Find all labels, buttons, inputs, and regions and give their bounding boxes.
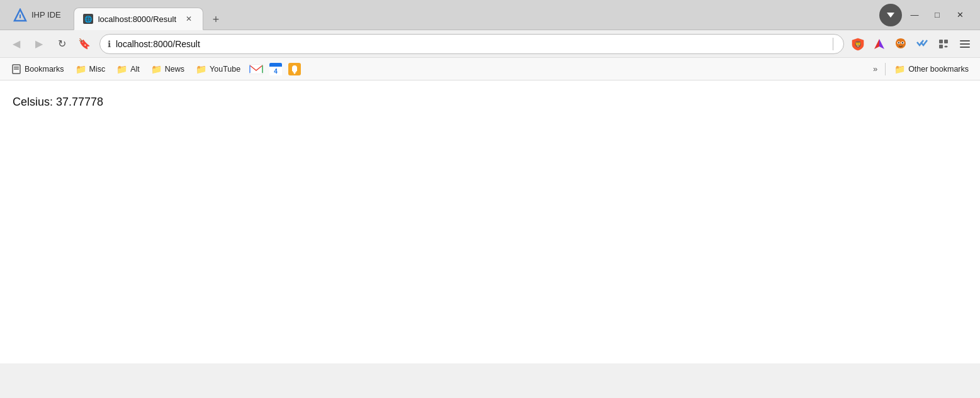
svg-text:🦁: 🦁 (854, 40, 862, 48)
youtube-folder-icon: 📁 (196, 64, 206, 74)
notify-icon (288, 63, 301, 75)
svg-rect-19 (960, 43, 970, 45)
bookmark-misc-item[interactable]: 📁 Misc (70, 62, 111, 76)
svg-point-12 (902, 41, 903, 43)
alt-label: Alt (130, 65, 140, 74)
url-input[interactable] (116, 39, 825, 49)
svg-marker-7 (879, 39, 884, 49)
bookmarks-bar: Bookmarks 📁 Misc 📁 Alt 📁 News 📁 YouTube (0, 58, 980, 80)
ihp-ide-label: IHP IDE (31, 10, 61, 19)
svg-rect-16 (944, 40, 948, 43)
bookmarks-overflow-button[interactable]: » (869, 62, 881, 75)
tabs-area: 🌐 localhost:8000/Result ✕ + (69, 0, 874, 30)
svg-rect-28 (269, 63, 282, 67)
ihp-ide-icon (13, 8, 28, 23)
calendar-icon: 4 (269, 63, 282, 75)
svg-text:🌐: 🌐 (84, 15, 93, 23)
alt-folder-icon: 📁 (116, 64, 127, 74)
brave-shield-icon[interactable]: 🦁 (849, 35, 867, 53)
svg-rect-22 (14, 67, 19, 68)
address-divider (833, 38, 833, 50)
svg-text:4: 4 (274, 68, 278, 75)
extension-icons: 🦁 (849, 35, 974, 53)
bookmark-notify-item[interactable] (286, 62, 303, 77)
menu-button[interactable] (956, 35, 974, 53)
bookmarks-label: Bookmarks (25, 65, 64, 74)
arkose-icon[interactable] (870, 35, 888, 53)
active-tab-label: localhost:8000/Result (98, 14, 176, 24)
svg-rect-15 (939, 40, 943, 43)
misc-label: Misc (89, 65, 106, 74)
svg-rect-23 (14, 69, 19, 70)
bookmarks-icon (11, 64, 21, 74)
celsius-result: Celsius: 37.77778 (13, 96, 967, 109)
svg-rect-17 (939, 45, 943, 48)
active-tab[interactable]: 🌐 localhost:8000/Result ✕ (74, 8, 203, 30)
other-bookmarks-label: Other bookmarks (908, 65, 969, 74)
svg-rect-20 (960, 47, 970, 48)
title-bar: IHP IDE 🌐 localhost:8000/Result ✕ + — □ … (0, 0, 980, 30)
bookmark-news-item[interactable]: 📁 News (146, 62, 189, 76)
bookmark-youtube-item[interactable]: 📁 YouTube (191, 62, 245, 76)
metamask-icon[interactable] (892, 35, 910, 53)
misc-folder-icon: 📁 (76, 64, 86, 74)
bookmark-calendar-item[interactable]: 4 (267, 62, 284, 77)
bookmark-page-button[interactable]: 🔖 (74, 34, 94, 54)
svg-point-11 (898, 41, 899, 43)
gmail-icon (249, 64, 263, 74)
bookmark-alt-item[interactable]: 📁 Alt (111, 62, 145, 76)
close-button[interactable]: ✕ (950, 5, 970, 25)
bookmark-gmail-item[interactable] (247, 63, 266, 75)
svg-rect-18 (960, 40, 970, 41)
news-folder-icon: 📁 (151, 64, 162, 74)
bookmarks-divider (885, 63, 886, 75)
forward-button[interactable]: ▶ (29, 34, 49, 54)
profile-dropdown-button[interactable] (879, 4, 902, 26)
extensions-icon[interactable] (935, 35, 952, 53)
back-button[interactable]: ◀ (6, 34, 26, 54)
page-content: Celsius: 37.77778 (0, 80, 980, 363)
svg-rect-24 (249, 64, 263, 74)
checkmarks-icon[interactable] (913, 35, 931, 53)
address-bar[interactable]: ℹ (99, 34, 844, 54)
other-bookmarks-item[interactable]: 📁 Other bookmarks (889, 62, 974, 76)
other-bookmarks-folder-icon: 📁 (894, 64, 905, 74)
svg-point-33 (294, 72, 296, 74)
svg-marker-6 (874, 39, 879, 49)
info-icon: ℹ (108, 39, 111, 49)
active-tab-favicon: 🌐 (83, 14, 93, 24)
youtube-label: YouTube (210, 65, 240, 74)
minimize-button[interactable]: — (904, 5, 925, 25)
close-tab-button[interactable]: ✕ (184, 14, 194, 24)
nav-bar: ◀ ▶ ↻ 🔖 ℹ 🦁 (0, 30, 980, 58)
reload-button[interactable]: ↻ (52, 34, 72, 54)
add-tab-button[interactable]: + (206, 9, 226, 30)
title-bar-controls: — □ ✕ (874, 4, 975, 26)
maximize-button[interactable]: □ (927, 5, 947, 25)
bookmark-bookmarks-item[interactable]: Bookmarks (6, 62, 69, 76)
inactive-tab-area: IHP IDE (5, 0, 69, 30)
news-label: News (165, 65, 184, 74)
svg-marker-4 (887, 13, 894, 18)
